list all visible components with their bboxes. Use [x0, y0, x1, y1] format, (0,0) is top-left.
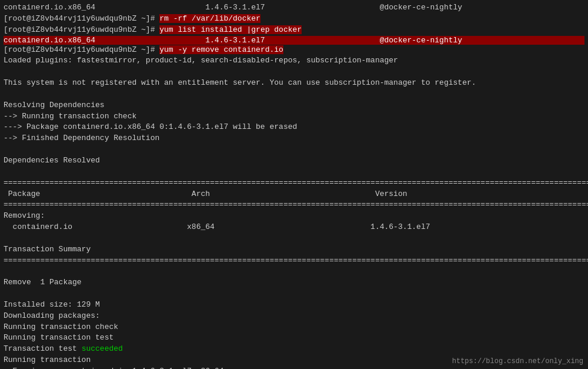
terminal-line: ---> Package containerd.io.x86_64 0:1.4.…	[4, 122, 584, 133]
terminal-line: Dependencies Resolved	[4, 155, 584, 167]
terminal-line: ========================================…	[4, 255, 584, 267]
terminal-line: [root@iZ8vb44rvj11y6uwdqu9nbZ ~]# rm -rf…	[4, 14, 584, 25]
terminal-line: Removing:	[4, 211, 584, 222]
terminal-line: Installed size: 129 M	[4, 300, 584, 311]
terminal-line: Remove 1 Package	[4, 277, 584, 288]
terminal-line: containerd.io x86_64 1.4.6-3.1.el7	[4, 222, 584, 233]
terminal-line	[4, 233, 584, 244]
terminal-line: Resolving Dependencies	[4, 100, 584, 111]
terminal-line: --> Running transaction check	[4, 111, 584, 122]
terminal-line: This system is not registered with an en…	[4, 78, 584, 89]
terminal-line: ========================================…	[4, 178, 584, 189]
watermark: https://blog.csdn.net/only_xing	[452, 357, 583, 365]
terminal-line: Downloading packages:	[4, 311, 584, 322]
terminal-line	[4, 67, 584, 78]
terminal-line	[4, 266, 584, 277]
terminal-output: containerd.io.x86_64 1.4.6-3.1.el7 @dock…	[4, 2, 584, 369]
terminal-line	[4, 144, 584, 155]
terminal-line: [root@iZ8vb44rvj11y6uwdqu9nbZ ~]# yum li…	[4, 25, 584, 36]
terminal: containerd.io.x86_64 1.4.6-3.1.el7 @dock…	[0, 0, 588, 369]
terminal-line: Transaction test succeeded	[4, 344, 584, 355]
terminal-line: Loaded plugins: fastestmirror, product-i…	[4, 55, 584, 67]
terminal-line	[4, 89, 584, 100]
terminal-line	[4, 288, 584, 300]
terminal-line: --> Finished Dependency Resolution	[4, 133, 584, 144]
terminal-line: Running transaction test	[4, 333, 584, 344]
terminal-line: containerd.io.x86_64 1.4.6-3.1.el7 @dock…	[4, 2, 584, 14]
terminal-line: containerd.io.x86_64 1.4.6-3.1.el7 @dock…	[4, 36, 584, 45]
terminal-line: Transaction Summary	[4, 244, 584, 255]
terminal-line: Package Arch Version	[4, 189, 584, 200]
terminal-line: ========================================…	[4, 200, 584, 211]
terminal-line: Running transaction check	[4, 322, 584, 333]
terminal-line: Erasing : containerd.io-1.4.6-3.1.el7.x8…	[4, 366, 584, 369]
terminal-line: [root@iZ8vb44rvj11y6uwdqu9nbZ ~]# yum -y…	[4, 45, 584, 56]
terminal-line	[4, 167, 584, 178]
